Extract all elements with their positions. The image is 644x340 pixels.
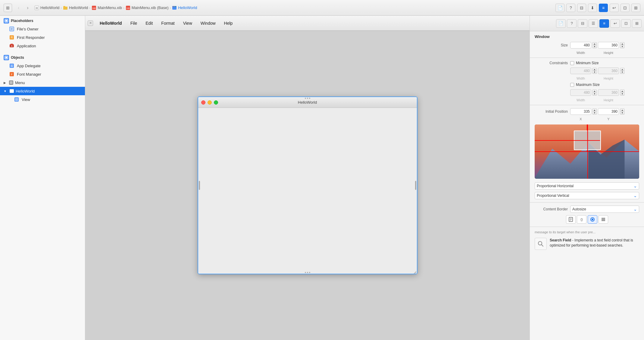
breadcrumb-mainmenu-xib-base[interactable]: XIB MainMenu.xib (Base)	[126, 5, 169, 10]
breadcrumb-helloworld-window[interactable]: HelloWorld	[172, 5, 197, 10]
icon-btn-code[interactable]: {}	[577, 215, 586, 224]
forward-button[interactable]: ›	[23, 4, 32, 12]
sidebar-item-appdelegate[interactable]: A App Delegate	[0, 61, 85, 70]
min-width-stepper[interactable]: ▲ ▼	[592, 68, 597, 74]
min-width-input[interactable]: 480	[570, 68, 591, 74]
active-btn[interactable]: ≡	[599, 4, 608, 12]
sidebar-item-view[interactable]: View	[0, 95, 85, 104]
x-stepper[interactable]: ▲ ▼	[592, 109, 597, 115]
min-width-label: Width	[570, 77, 591, 80]
inspector-quick-btn[interactable]: ?	[567, 19, 577, 28]
inspector-conn-btn[interactable]: ↩	[610, 19, 620, 28]
breadcrumb-helloworld-folder[interactable]: HelloWorld	[63, 5, 88, 10]
menubar-appname[interactable]: HelloWorld	[95, 19, 126, 27]
traffic-light-yellow[interactable]	[208, 100, 212, 105]
max-size-row: Maximum Size	[530, 81, 644, 88]
svg-rect-33	[10, 89, 14, 90]
min-height-down[interactable]: ▼	[620, 71, 624, 74]
objects-label: Objects	[11, 55, 24, 60]
width-stepper-down[interactable]: ▼	[592, 45, 597, 48]
sidebar-item-fontmanager[interactable]: F Font Manager	[0, 70, 85, 78]
max-width-down[interactable]: ▼	[592, 93, 597, 96]
x-input[interactable]: 335	[570, 108, 591, 115]
max-width-input[interactable]: 480	[570, 89, 591, 96]
vertical-dropdown[interactable]: Proportional Vertical ⌄	[535, 192, 639, 199]
traffic-light-green[interactable]	[214, 100, 218, 105]
sidebar-item-helloworld[interactable]: ▼ HelloWorld	[0, 87, 85, 95]
horizontal-dropdown[interactable]: Proportional Horizontal ⌄	[535, 182, 639, 190]
back-button[interactable]: ‹	[14, 4, 23, 12]
min-width-up[interactable]: ▲	[592, 68, 597, 71]
max-height-down[interactable]: ▼	[620, 93, 624, 96]
menubar-file[interactable]: File	[126, 19, 142, 27]
breadcrumb-helloworld-swift[interactable]: H HelloWorld	[34, 5, 59, 10]
content-border-dropdown[interactable]: Autosize ⌄	[570, 206, 639, 213]
inspector-btn[interactable]: ⊟	[577, 4, 586, 12]
help-btn[interactable]: ?	[566, 4, 575, 12]
min-size-checkbox[interactable]	[570, 61, 574, 65]
max-width-up[interactable]: ▲	[592, 90, 597, 93]
width-stepper[interactable]: ▲ ▼	[592, 42, 597, 48]
content-border-row: Content Border Autosize ⌄	[530, 204, 644, 214]
y-up[interactable]: ▲	[620, 109, 624, 112]
download-btn[interactable]: ⬇	[588, 4, 597, 12]
min-height-stepper[interactable]: ▲ ▼	[620, 68, 624, 74]
max-labels-row: Width Height	[530, 97, 644, 103]
menubar-help[interactable]: Help	[220, 19, 237, 27]
inspector-size-btn[interactable]: ≡	[599, 19, 609, 28]
inspector-binding-btn[interactable]: ⊡	[621, 19, 631, 28]
x-down[interactable]: ▼	[592, 112, 597, 115]
height-input[interactable]: 360	[598, 42, 619, 49]
min-height-up[interactable]: ▲	[620, 68, 624, 71]
layout-btn[interactable]: ⊡	[621, 4, 630, 12]
window-content[interactable]	[198, 108, 417, 274]
svg-text:F: F	[11, 28, 13, 30]
grid-btn[interactable]: ⊞	[631, 4, 640, 12]
sidebar-item-filesowner[interactable]: F File's Owner	[0, 25, 85, 33]
sidebar-item-firstresponder[interactable]: R First Responder	[0, 33, 85, 42]
y-stepper[interactable]: ▲ ▼	[620, 109, 624, 115]
icon-btn-list[interactable]	[599, 215, 608, 224]
height-stepper[interactable]: ▲ ▼	[620, 42, 624, 48]
width-stepper-up[interactable]: ▲	[592, 42, 597, 45]
menubar-edit[interactable]: Edit	[141, 19, 157, 27]
x-up[interactable]: ▲	[592, 109, 597, 112]
grid-icon[interactable]: ⊞	[4, 4, 12, 12]
max-height-up[interactable]: ▲	[620, 90, 624, 93]
max-size-checkbox[interactable]	[570, 83, 574, 87]
sidebar-item-application[interactable]: A Application	[0, 42, 85, 50]
inspector-attr-btn[interactable]: ☰	[589, 19, 598, 28]
menubar-view[interactable]: View	[179, 19, 196, 27]
canvas-close-btn[interactable]: ✕	[88, 20, 93, 26]
min-width-down[interactable]: ▼	[592, 71, 597, 74]
max-height-stepper[interactable]: ▲ ▼	[620, 90, 624, 96]
menubar-format[interactable]: Format	[157, 19, 179, 27]
inspector-effects-btn[interactable]: ⊞	[632, 19, 642, 28]
h-dropdown-arrow: ⌄	[633, 184, 637, 188]
inspector-file-btn[interactable]: 📄	[556, 19, 566, 28]
menubar-window[interactable]: Window	[196, 19, 220, 27]
max-width-stepper[interactable]: ▲ ▼	[592, 90, 597, 96]
width-input[interactable]: 480	[570, 42, 591, 49]
right-resize-handle[interactable]	[415, 181, 416, 190]
y-input[interactable]: 390	[598, 108, 619, 115]
traffic-light-red[interactable]	[201, 100, 205, 105]
max-height-input[interactable]: 360	[598, 89, 619, 96]
left-resize-handle[interactable]	[199, 181, 200, 190]
y-down[interactable]: ▼	[620, 112, 624, 115]
max-size-inputs-row: 480 ▲ ▼ 360 ▲ ▼	[530, 88, 644, 97]
height-stepper-down[interactable]: ▼	[620, 45, 624, 48]
icon-btn-doc[interactable]	[566, 215, 576, 224]
objects-icon	[4, 55, 9, 60]
min-height-input[interactable]: 360	[598, 68, 619, 74]
corner-resize-handle[interactable]	[413, 270, 416, 273]
breadcrumb-mainmenu-xib[interactable]: XIB MainMenu.xib	[92, 5, 122, 10]
window-frame[interactable]: HelloWorld	[198, 96, 417, 274]
height-stepper-up[interactable]: ▲	[620, 42, 624, 45]
icon-btn-circle[interactable]	[588, 215, 597, 224]
new-file-btn[interactable]: 📄	[555, 4, 564, 12]
width-label: Width	[570, 51, 591, 55]
inspector-identity-btn[interactable]: ⊟	[578, 19, 587, 28]
sidebar-item-menu[interactable]: ▶ Menu	[0, 78, 85, 87]
undo-btn[interactable]: ↩	[610, 4, 619, 12]
